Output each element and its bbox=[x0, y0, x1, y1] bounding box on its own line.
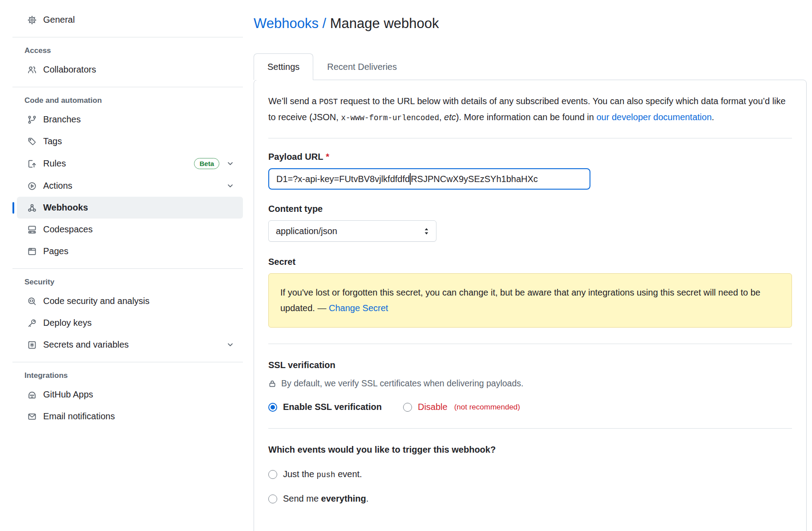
browser-icon bbox=[28, 247, 36, 256]
people-icon bbox=[28, 65, 36, 74]
radio-unchecked-icon[interactable] bbox=[268, 495, 277, 503]
post-code: POST bbox=[319, 97, 338, 106]
radio-checked-icon[interactable] bbox=[268, 403, 277, 412]
enable-ssl-label: Enable SSL verification bbox=[283, 402, 382, 412]
payload-url-value-after-caret: RSJPNCwX9ySEzSYh1bhaHXc bbox=[411, 174, 538, 184]
key-icon bbox=[28, 319, 36, 328]
sidebar-item-label: General bbox=[43, 15, 75, 25]
sidebar-divider bbox=[12, 362, 243, 362]
ssl-note: By default, we verify SSL certificates w… bbox=[268, 378, 792, 389]
payload-url-value-before-caret: D1=?x-api-key=FUtvBV8vjlkfdfdfd bbox=[276, 174, 410, 184]
tab-settings[interactable]: Settings bbox=[254, 53, 313, 80]
sidebar-item-general[interactable]: General bbox=[17, 9, 243, 31]
radio-unchecked-icon[interactable] bbox=[268, 470, 277, 479]
repo-settings-page: General Access Collaborators Code and au… bbox=[0, 0, 812, 531]
sidebar-item-collaborators[interactable]: Collaborators bbox=[17, 59, 243, 81]
codespaces-icon bbox=[28, 225, 36, 234]
sidebar-section-header-security: Security bbox=[12, 278, 243, 287]
sidebar-item-label: Codespaces bbox=[43, 224, 93, 235]
secret-label: Secret bbox=[268, 257, 792, 267]
sidebar-item-label: Collaborators bbox=[43, 65, 96, 75]
sidebar-item-label: Webhooks bbox=[43, 203, 88, 213]
intro-text: . bbox=[712, 112, 715, 122]
beta-badge: Beta bbox=[194, 158, 219, 169]
sidebar-divider bbox=[12, 268, 243, 269]
disable-ssl-label: Disable bbox=[418, 402, 448, 412]
hubot-icon bbox=[28, 390, 36, 399]
section-divider bbox=[268, 344, 792, 344]
select-arrows-icon bbox=[423, 227, 430, 235]
content-type-select[interactable]: application/json bbox=[268, 220, 436, 242]
sidebar-section-header-integrations: Integrations bbox=[12, 371, 243, 380]
sidebar-item-label: Actions bbox=[43, 181, 73, 191]
sidebar-item-secrets-variables[interactable]: Secrets and variables bbox=[17, 334, 243, 356]
radio-unchecked-icon[interactable] bbox=[403, 403, 412, 412]
sidebar-item-label: Branches bbox=[43, 114, 81, 125]
content-type-label: Content type bbox=[268, 204, 792, 214]
send-everything-option[interactable]: Send me everything. bbox=[268, 494, 792, 504]
chevron-down-icon[interactable] bbox=[226, 182, 234, 190]
ssl-verification-heading: SSL verification bbox=[268, 360, 792, 370]
sidebar-item-label: Email notifications bbox=[43, 411, 115, 422]
just-push-option[interactable]: Just the push event. bbox=[268, 469, 792, 479]
sidebar-item-label: Secrets and variables bbox=[43, 340, 129, 350]
sidebar-item-label: Tags bbox=[43, 136, 62, 146]
sidebar-item-label: Rules bbox=[43, 158, 66, 169]
sidebar-item-deploy-keys[interactable]: Deploy keys bbox=[17, 312, 243, 334]
tabnav: Settings Recent Deliveries bbox=[254, 53, 807, 80]
required-asterisk: * bbox=[326, 152, 329, 162]
mail-icon bbox=[28, 412, 36, 421]
sidebar-item-branches[interactable]: Branches bbox=[17, 109, 243, 130]
sidebar-item-label: Deploy keys bbox=[43, 318, 92, 328]
chevron-down-icon[interactable] bbox=[226, 341, 234, 349]
intro-text: ). More information can be found in bbox=[456, 112, 597, 122]
breadcrumb-webhooks-link[interactable]: Webhooks / bbox=[254, 16, 326, 31]
payload-url-label: Payload URL* bbox=[268, 152, 792, 162]
play-icon bbox=[28, 182, 36, 191]
change-secret-link[interactable]: Change Secret bbox=[329, 303, 388, 313]
content-type-selected-value: application/json bbox=[276, 226, 337, 236]
ssl-radio-group: Enable SSL verification Disable (not rec… bbox=[268, 402, 792, 412]
push-code: push bbox=[317, 470, 335, 479]
tab-recent-deliveries[interactable]: Recent Deliveries bbox=[313, 53, 411, 80]
events-question: Which events would you like to trigger t… bbox=[268, 445, 792, 455]
webhook-settings-card: We’ll send a POST request to the URL bel… bbox=[254, 80, 807, 531]
urlencoded-code: x-www-form-urlencoded bbox=[341, 113, 439, 122]
sidebar-item-webhooks[interactable]: Webhooks bbox=[17, 197, 243, 219]
sidebar-section-header-access: Access bbox=[12, 46, 243, 55]
page-title: Webhooks / Manage webhook bbox=[254, 12, 807, 35]
sidebar-section-header-code-automation: Code and automation bbox=[12, 96, 243, 105]
intro-paragraph: We’ll send a POST request to the URL bel… bbox=[268, 93, 792, 126]
chevron-down-icon[interactable] bbox=[226, 160, 234, 167]
main-content: Webhooks / Manage webhook Settings Recen… bbox=[254, 0, 807, 531]
code-scan-icon bbox=[28, 297, 36, 306]
sidebar-item-label: GitHub Apps bbox=[43, 389, 93, 400]
intro-etc: etc bbox=[444, 112, 456, 122]
sidebar-item-label: Pages bbox=[43, 246, 69, 256]
tag-icon bbox=[28, 137, 36, 146]
section-divider bbox=[268, 138, 792, 138]
disable-ssl-note: (not recommended) bbox=[454, 403, 520, 412]
just-push-label: Just the push event. bbox=[283, 469, 362, 479]
enable-ssl-option[interactable]: Enable SSL verification bbox=[268, 402, 382, 412]
sidebar-item-pages[interactable]: Pages bbox=[17, 240, 243, 262]
webhook-icon bbox=[28, 203, 36, 212]
disable-ssl-option[interactable]: Disable (not recommended) bbox=[403, 402, 520, 412]
intro-text: We’ll send a bbox=[268, 96, 319, 106]
payload-url-input[interactable]: D1=?x-api-key=FUtvBV8vjlkfdfdfdRSJPNCwX9… bbox=[268, 168, 590, 190]
sidebar-item-github-apps[interactable]: GitHub Apps bbox=[17, 384, 243, 405]
page-title-text: Manage webhook bbox=[330, 16, 439, 31]
intro-text: , bbox=[439, 112, 444, 122]
sidebar-divider bbox=[12, 87, 243, 87]
sidebar-divider bbox=[12, 37, 243, 37]
section-divider bbox=[268, 428, 792, 429]
sidebar-item-code-security[interactable]: Code security and analysis bbox=[17, 290, 243, 312]
secret-warning-box: If you've lost or forgotten this secret,… bbox=[268, 273, 792, 328]
sidebar-item-tags[interactable]: Tags bbox=[17, 130, 243, 152]
settings-sidebar: General Access Collaborators Code and au… bbox=[0, 0, 243, 531]
sidebar-item-email-notifications[interactable]: Email notifications bbox=[17, 405, 243, 427]
sidebar-item-actions[interactable]: Actions bbox=[17, 175, 243, 197]
sidebar-item-codespaces[interactable]: Codespaces bbox=[17, 219, 243, 240]
developer-documentation-link[interactable]: our developer documentation bbox=[596, 112, 711, 122]
sidebar-item-rules[interactable]: Rules Beta bbox=[17, 152, 243, 175]
